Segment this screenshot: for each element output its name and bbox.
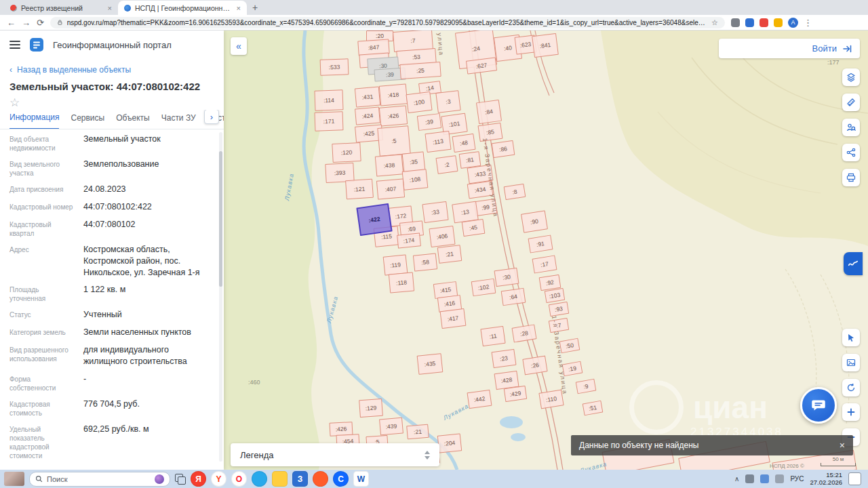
- measure-button[interactable]: [842, 94, 860, 111]
- telegram-icon[interactable]: [252, 471, 267, 487]
- tab-close-icon[interactable]: ×: [237, 4, 241, 12]
- legend-toggle[interactable]: [425, 451, 430, 460]
- panel-scrollbar-thumb[interactable]: [219, 151, 222, 287]
- folder-icon[interactable]: [272, 471, 288, 487]
- scale-label: 50 м: [833, 456, 844, 462]
- login-label: Войти: [812, 43, 837, 54]
- share-button[interactable]: [842, 144, 860, 161]
- street-label: улица: [436, 33, 445, 56]
- windows-taskbar: Поиск ЯYOЗCW ∧ РУС 15:21 27.02.2026: [0, 470, 868, 488]
- info-row-label: Адрес: [9, 244, 75, 279]
- extension-icon[interactable]: [760, 18, 768, 27]
- refresh-button[interactable]: [842, 379, 860, 396]
- portal-header: Геоинформационный портал: [0, 30, 224, 59]
- system-tray: ∧ РУС 15:21 27.02.2026: [734, 472, 864, 487]
- share-icon: [846, 148, 856, 157]
- forward-icon[interactable]: →: [22, 18, 31, 27]
- address-input[interactable]: nspd.gov.ru/map?thematic=PKK&zoom=16.906…: [50, 17, 725, 28]
- tabs-more-button[interactable]: ›: [204, 110, 219, 124]
- map-toolbar-top: [842, 68, 860, 186]
- info-row-value: -: [83, 373, 86, 392]
- info-row: Кадастровая стоимость776 704,5 руб.: [9, 399, 212, 418]
- taskbar-clock[interactable]: 15:21 27.02.2026: [810, 472, 842, 487]
- locate-button[interactable]: [842, 329, 860, 346]
- browser-tab-1[interactable]: Реестр извещений ×: [4, 1, 118, 15]
- yandex-browser-icon[interactable]: Я: [191, 471, 206, 487]
- extension-icon[interactable]: [745, 18, 754, 27]
- info-row-value: 44:07:080102: [83, 219, 135, 238]
- notification-center-button[interactable]: [848, 472, 861, 485]
- back-icon[interactable]: ←: [7, 18, 16, 27]
- new-tab-button[interactable]: +: [252, 2, 258, 13]
- tab-4[interactable]: Части ЗУ: [161, 113, 196, 129]
- task-view-button[interactable]: [175, 474, 186, 485]
- profile-avatar[interactable]: А: [788, 18, 798, 28]
- panel-collapse-button[interactable]: «: [231, 37, 247, 55]
- extension-icon[interactable]: [731, 18, 740, 27]
- taskbar-search[interactable]: Поиск: [29, 472, 170, 487]
- ground-label: :460: [248, 379, 260, 386]
- legend-panel[interactable]: Легенда: [231, 443, 439, 466]
- tray-icon[interactable]: [760, 474, 769, 483]
- reload-icon[interactable]: ⟳: [37, 18, 44, 27]
- selected-parcel-422[interactable]: :422: [356, 203, 392, 236]
- tray-icon[interactable]: [745, 474, 754, 483]
- image-icon: [846, 358, 856, 367]
- object-search-button[interactable]: [842, 119, 860, 136]
- street-label: 1-я Заречная улица: [551, 315, 568, 396]
- search-placeholder: Поиск: [47, 475, 67, 483]
- cursor-icon: [846, 333, 856, 342]
- opera-icon[interactable]: O: [231, 471, 247, 487]
- flame-icon[interactable]: [313, 471, 328, 487]
- widgets-button[interactable]: [4, 472, 24, 486]
- info-row-value: 776 704,5 руб.: [83, 399, 140, 418]
- info-row: Вид объекта недвижимостиЗемельный участо…: [9, 134, 212, 152]
- info-row: Вид разрешенного использованиядля индиви…: [9, 344, 212, 367]
- tab-close-icon[interactable]: ×: [108, 4, 112, 12]
- print-icon: [846, 173, 856, 182]
- language-indicator[interactable]: РУС: [790, 475, 804, 483]
- info-row-label: Дата присвоения: [9, 184, 75, 195]
- tray-expand-icon[interactable]: ∧: [734, 475, 739, 483]
- browser-tab-2[interactable]: НСПД | Геоинформационный п ×: [118, 1, 247, 15]
- info-row-label: Кадастровый номер: [9, 201, 75, 213]
- tray-icon[interactable]: [775, 474, 784, 483]
- draw-panel-button[interactable]: [844, 252, 863, 275]
- info-row-value: 692,25 руб./кв. м: [83, 424, 149, 460]
- print-button[interactable]: [842, 169, 860, 186]
- info-row: СтатусУчтенный: [9, 309, 212, 321]
- word-icon[interactable]: W: [353, 471, 369, 487]
- toast-close-icon[interactable]: ×: [840, 440, 845, 451]
- street-label: 1-я Заречная улица: [481, 138, 499, 218]
- layers-icon: [846, 73, 856, 82]
- info-row-value: 1 122 кв. м: [83, 284, 125, 303]
- chevron-up-icon: [425, 451, 430, 454]
- favorite-star-icon[interactable]: ☆: [0, 94, 224, 110]
- info-row-value: Земли населенных пунктов: [83, 327, 191, 338]
- cian-icon[interactable]: C: [333, 471, 349, 487]
- browser-chrome: Реестр извещений × НСПД | Геоинформацион…: [0, 0, 868, 30]
- menu-icon[interactable]: [9, 41, 20, 49]
- basemap-button[interactable]: [842, 354, 860, 371]
- person-search-icon: [846, 123, 856, 132]
- back-link[interactable]: ‹ Назад в выделенные объекты: [0, 59, 224, 76]
- bookmark-star-icon[interactable]: ☆: [711, 18, 718, 27]
- browser-menu-icon[interactable]: ⋮: [804, 18, 812, 27]
- extension-area: А ⋮: [731, 18, 812, 28]
- layers-button[interactable]: [842, 68, 860, 86]
- map-area[interactable]: :20:847:7:21:53:30:39:25:24:40:623:841:6…: [224, 30, 868, 470]
- zoom-in-button[interactable]: [842, 403, 860, 421]
- portal-title: Геоинформационный портал: [53, 40, 172, 50]
- info-row-label: Удельный показатель кадастровой стоимост…: [9, 424, 75, 460]
- app-blue-icon[interactable]: З: [292, 471, 308, 487]
- tab-3[interactable]: Объекты: [116, 113, 150, 129]
- back-chevron-icon: ‹: [9, 65, 12, 75]
- extension-icon[interactable]: [774, 18, 783, 27]
- tab-strip: Реестр извещений × НСПД | Геоинформацион…: [0, 0, 868, 15]
- tab-1[interactable]: Информация: [9, 113, 59, 129]
- page-title: Земельный участок: 44:07:080102:422: [0, 76, 224, 94]
- login-button[interactable]: Войти: [719, 39, 860, 58]
- yandex-icon[interactable]: Y: [211, 471, 226, 487]
- tab-2[interactable]: Сервисы: [71, 113, 104, 129]
- chat-button[interactable]: [800, 387, 837, 424]
